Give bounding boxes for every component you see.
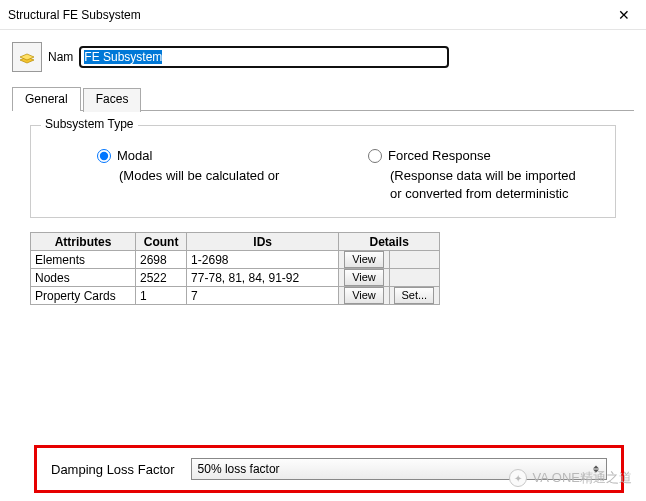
radio-forced-response-input[interactable] xyxy=(368,149,382,163)
cell-attr: Elements xyxy=(31,251,136,269)
dlf-value: 50% loss factor xyxy=(198,462,280,476)
cell-attr: Property Cards xyxy=(31,287,136,305)
cell-count: 2698 xyxy=(136,251,187,269)
dlf-dropdown[interactable]: 50% loss factor xyxy=(191,458,607,480)
titlebar: Structural FE Subsystem ✕ xyxy=(0,0,646,30)
table-row: Nodes252277-78, 81, 84, 91-92View xyxy=(31,269,440,287)
table-row: Property Cards17ViewSet... xyxy=(31,287,440,305)
table-row: Elements26981-2698View xyxy=(31,251,440,269)
radio-modal[interactable]: Modal xyxy=(97,148,308,163)
subsystem-icon xyxy=(12,42,42,72)
col-count: Count xyxy=(136,233,187,251)
radio-modal-input[interactable] xyxy=(97,149,111,163)
radio-forced-response-label: Forced Response xyxy=(388,148,491,163)
subsystem-type-legend: Subsystem Type xyxy=(41,117,138,131)
cell-count: 1 xyxy=(136,287,187,305)
radio-modal-desc: (Modes will be calculated or xyxy=(97,167,308,185)
dlf-label: Damping Loss Factor xyxy=(51,462,175,477)
spinner-icon xyxy=(590,466,602,473)
cell-count: 2522 xyxy=(136,269,187,287)
tab-content-general: Subsystem Type Modal (Modes will be calc… xyxy=(12,111,634,309)
view-button[interactable]: View xyxy=(344,269,384,286)
col-details: Details xyxy=(339,233,440,251)
window-title: Structural FE Subsystem xyxy=(8,8,141,22)
cell-ids: 77-78, 81, 84, 91-92 xyxy=(187,269,339,287)
cell-action: View xyxy=(339,269,389,287)
name-input[interactable] xyxy=(79,46,449,68)
name-row: Nam xyxy=(0,30,646,80)
cell-ids: 1-2698 xyxy=(187,251,339,269)
subsystem-type-group: Subsystem Type Modal (Modes will be calc… xyxy=(30,125,616,218)
name-label: Nam xyxy=(48,50,73,64)
set-button[interactable]: Set... xyxy=(394,287,434,304)
col-attributes: Attributes xyxy=(31,233,136,251)
damping-loss-factor-row: Damping Loss Factor 50% loss factor xyxy=(34,445,624,493)
close-button[interactable]: ✕ xyxy=(601,0,646,30)
tab-faces[interactable]: Faces xyxy=(83,88,142,112)
view-button[interactable]: View xyxy=(344,287,384,304)
cell-action: View xyxy=(339,251,389,269)
cell-ids: 7 xyxy=(187,287,339,305)
view-button[interactable]: View xyxy=(344,251,384,268)
cell-action: View xyxy=(339,287,389,305)
col-ids: IDs xyxy=(187,233,339,251)
cell-attr: Nodes xyxy=(31,269,136,287)
cell-action: Set... xyxy=(389,287,439,305)
radio-forced-response[interactable]: Forced Response xyxy=(368,148,579,163)
attributes-table: Attributes Count IDs Details Elements269… xyxy=(30,232,440,305)
radio-forced-response-desc: (Response data will be imported or conve… xyxy=(368,167,579,203)
tab-strip: General Faces Subsystem Type Modal (Mode… xyxy=(0,86,646,309)
radio-modal-label: Modal xyxy=(117,148,152,163)
tab-general[interactable]: General xyxy=(12,87,81,111)
